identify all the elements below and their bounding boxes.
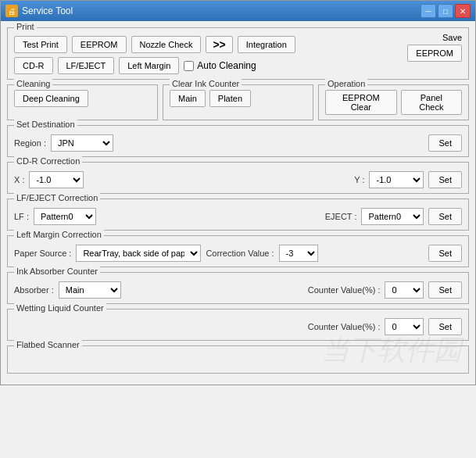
wetting-counter-select[interactable]: 0102050100 <box>385 318 424 335</box>
print-save-section: Print Test Print EEPROM Nozzle Check >> … <box>7 27 469 80</box>
cleaning-label: Cleaning <box>14 79 52 88</box>
auto-cleaning-label: Auto Cleaning <box>197 60 256 71</box>
clear-ink-label: Clear Ink Counter <box>170 79 242 88</box>
lfeject-set-button[interactable]: Set <box>428 208 462 225</box>
title-bar: 🖨 Service Tool ─ □ ✕ <box>1 1 475 21</box>
app-icon: 🖨 <box>5 5 18 17</box>
main-window: 🖨 Service Tool ─ □ ✕ Print Test Print EE… <box>0 0 476 385</box>
set-destination-section: Set Destination Region : JPN USA EUR Set <box>7 125 469 157</box>
ink-absorber-set-button[interactable]: Set <box>428 281 462 299</box>
operation-label: Operation <box>325 79 367 88</box>
print-row1: Test Print EEPROM Nozzle Check >> Integr… <box>14 36 407 53</box>
save-eeprom-button[interactable]: EEPROM <box>407 45 462 62</box>
nozzle-check-button[interactable]: Nozzle Check <box>131 36 202 53</box>
cdr-correction-section: CD-R Correction X : -1.0-0.50.00.51.0 Y … <box>7 162 469 194</box>
paper-source-label: Paper Source : <box>14 249 71 258</box>
save-area: Save EEPROM <box>407 33 462 62</box>
integration-button[interactable]: Integration <box>238 36 295 53</box>
lf-label: LF : <box>14 212 29 221</box>
left-margin-label: Left Margin Correction <box>14 230 104 239</box>
cdr-button[interactable]: CD-R <box>14 57 53 74</box>
restore-button[interactable]: □ <box>438 4 453 18</box>
platen-clear-button[interactable]: Platen <box>209 90 251 107</box>
cdr-correction-row: X : -1.0-0.50.00.51.0 Y : -1.0-0.50.00.5… <box>14 171 462 188</box>
lfeject-correction-section: LF/EJECT Correction LF : Pattern0Pattern… <box>7 199 469 231</box>
clear-ink-buttons: Main Platen <box>170 90 306 107</box>
test-print-button[interactable]: Test Print <box>14 36 67 53</box>
y-select[interactable]: -1.0-0.50.00.51.0 <box>369 171 424 188</box>
ink-absorber-label: Ink Absorber Counter <box>14 267 100 276</box>
auto-cleaning-checkbox-row: Auto Cleaning <box>184 60 256 71</box>
eeprom-print-button[interactable]: EEPROM <box>72 36 127 53</box>
ink-absorber-row: Absorber : MainSub Counter Value(%) : 01… <box>14 281 462 299</box>
lfeject-correction-row: LF : Pattern0Pattern1Pattern2 EJECT : Pa… <box>14 208 462 225</box>
minimize-button[interactable]: ─ <box>421 4 436 18</box>
region-label: Region : <box>14 138 46 148</box>
x-select[interactable]: -1.0-0.50.00.51.0 <box>29 171 84 188</box>
lfeject-button[interactable]: LF/EJECT <box>58 57 115 74</box>
print-label: Print <box>14 22 37 31</box>
operation-section: Operation EEPROM Clear Panel Check <box>318 84 469 120</box>
flatbed-scanner-section: Flatbed Scanner 当下软件园 <box>7 345 469 374</box>
wetting-counter-label: Counter Value(%) : <box>308 322 381 331</box>
region-select[interactable]: JPN USA EUR <box>51 134 113 152</box>
correction-value-select[interactable]: -3-2-101 <box>279 245 318 262</box>
save-label: Save <box>442 33 462 42</box>
left-margin-set-button[interactable]: Set <box>428 245 462 262</box>
clear-ink-section: Clear Ink Counter Main Platen <box>163 84 313 120</box>
x-label: X : <box>14 175 24 184</box>
eject-select[interactable]: Pattern0Pattern1Pattern2 <box>361 208 424 225</box>
main-clear-button[interactable]: Main <box>170 90 206 107</box>
eeprom-clear-button[interactable]: EEPROM Clear <box>325 90 397 115</box>
wetting-liquid-label: Wetting Liquid Counter <box>14 303 106 313</box>
cdr-set-button[interactable]: Set <box>428 171 462 188</box>
absorber-label: Absorber : <box>14 285 54 295</box>
cdr-correction-label: CD-R Correction <box>14 156 82 166</box>
print-save-row: Print Test Print EEPROM Nozzle Check >> … <box>14 33 462 74</box>
window-title: Service Tool <box>22 5 73 16</box>
correction-value-label: Correction Value : <box>206 249 274 258</box>
left-margin-section: Left Margin Correction Paper Source : Re… <box>7 235 469 267</box>
arrow-button[interactable]: >> <box>206 36 232 53</box>
eject-label: EJECT : <box>325 212 357 221</box>
ink-counter-label: Counter Value(%) : <box>308 285 381 295</box>
print-area: Print Test Print EEPROM Nozzle Check >> … <box>14 33 407 74</box>
lfeject-correction-label: LF/EJECT Correction <box>14 193 100 202</box>
wetting-liquid-set-button[interactable]: Set <box>428 318 462 335</box>
auto-cleaning-checkbox[interactable] <box>184 61 194 71</box>
y-label: Y : <box>354 175 364 184</box>
paper-source-select[interactable]: RearTray, back side of paper FrontTray C… <box>76 245 201 262</box>
print-row2: CD-R LF/EJECT Left Margin Auto Cleaning <box>14 57 407 74</box>
cleaning-section: Cleaning Deep Cleaning <box>7 84 158 120</box>
wetting-liquid-row: Counter Value(%) : 0102050100 Set <box>14 318 462 335</box>
close-button[interactable]: ✕ <box>455 4 471 18</box>
content-area: Print Test Print EEPROM Nozzle Check >> … <box>1 21 475 385</box>
absorber-select[interactable]: MainSub <box>59 281 121 299</box>
deep-cleaning-button[interactable]: Deep Cleaning <box>14 90 88 107</box>
sub-sections-row: Cleaning Deep Cleaning Clear Ink Counter… <box>7 84 469 120</box>
flatbed-scanner-label: Flatbed Scanner <box>14 340 82 349</box>
left-margin-row: Paper Source : RearTray, back side of pa… <box>14 245 462 262</box>
operation-buttons: EEPROM Clear Panel Check <box>325 90 462 115</box>
ink-counter-select[interactable]: 0102050100 <box>385 281 424 299</box>
panel-check-button[interactable]: Panel Check <box>401 90 462 115</box>
lf-select[interactable]: Pattern0Pattern1Pattern2 <box>34 208 96 225</box>
title-bar-left: 🖨 Service Tool <box>5 5 73 17</box>
left-margin-button[interactable]: Left Margin <box>119 57 179 74</box>
wetting-liquid-section: Wetting Liquid Counter Counter Value(%) … <box>7 309 469 341</box>
set-destination-button[interactable]: Set <box>428 134 462 152</box>
set-destination-label: Set Destination <box>14 120 77 129</box>
ink-absorber-section: Ink Absorber Counter Absorber : MainSub … <box>7 272 469 304</box>
title-buttons: ─ □ ✕ <box>421 4 471 18</box>
set-destination-row: Region : JPN USA EUR Set <box>14 134 462 152</box>
